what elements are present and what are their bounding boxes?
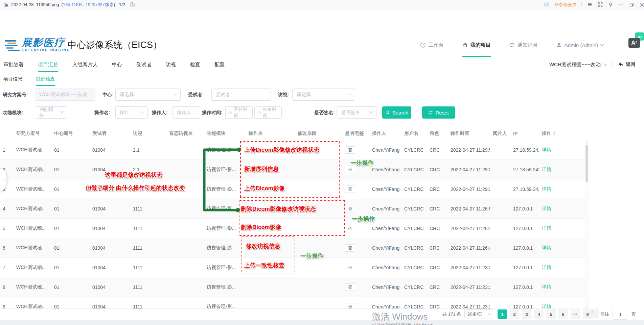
nav-workbench[interactable]: 工作台 xyxy=(420,34,444,57)
sort-icon[interactable] xyxy=(553,131,556,135)
table-cell: 访视管理-影... xyxy=(204,167,246,173)
main-tab[interactable]: 项目汇总 xyxy=(38,57,58,72)
user-icon xyxy=(556,42,562,48)
main-tab[interactable]: 配置 xyxy=(214,57,225,72)
main-tab[interactable]: 审批签署 xyxy=(3,57,24,72)
table-cell: 8 xyxy=(0,284,14,290)
table-cell: 访视管理-影... xyxy=(204,147,246,153)
vertical-scrollbar[interactable]: ▲ ▼ xyxy=(585,140,589,308)
table-cell: Chen/YiFang xyxy=(369,147,401,153)
account-avatar-icon[interactable] xyxy=(544,2,549,7)
opname-select[interactable]: 操作 xyxy=(115,106,148,119)
page-button[interactable]: 1 xyxy=(498,309,507,319)
page-button[interactable]: 4 xyxy=(534,309,544,319)
nav-notifications[interactable]: 通知消息 xyxy=(509,34,538,57)
table-cell: 01 xyxy=(51,186,90,192)
table-cell: 01 xyxy=(51,167,90,172)
subject-input[interactable] xyxy=(211,89,271,101)
nav-my-projects[interactable]: 我的项目 xyxy=(462,34,491,57)
table-cell: 否 xyxy=(342,264,369,271)
table-cell: WCH测试稽... xyxy=(14,147,51,153)
table-row: 8WCH测试稽...01010041111访视管理-影...否Chen/YiFa… xyxy=(0,277,589,297)
table-cell: 否 xyxy=(342,303,369,309)
detail-link[interactable]: 详情 xyxy=(542,225,551,231)
table-row: 4WCH测试稽...01010041111访视管理-影...否Chen/YiFa… xyxy=(0,199,589,219)
detail-link[interactable]: 详情 xyxy=(542,147,551,152)
main-tab[interactable]: 受试者 xyxy=(136,57,152,72)
table-cell: 2022-04-27 11:26:48 xyxy=(448,226,490,231)
main-tab[interactable]: 访视 xyxy=(166,57,176,72)
esign-tag: 否 xyxy=(345,244,355,252)
detail-link[interactable]: 详情 xyxy=(542,186,551,192)
page-button[interactable]: 3 xyxy=(522,309,531,319)
screen: 2022-04-28_113950.png (135.11KB , 1920x9… xyxy=(0,0,644,325)
table-cell: 9 xyxy=(0,304,14,309)
detail-link[interactable]: 详情 xyxy=(542,284,551,290)
page-size-select[interactable]: 20条/页 xyxy=(464,309,494,319)
table-cell: 01 xyxy=(51,226,90,231)
page-button[interactable]: 5 xyxy=(546,309,556,319)
detail-link[interactable]: 详情 xyxy=(542,245,551,250)
viewer-filename: 2022-04-28_113950.png xyxy=(11,2,59,7)
table-cell: 否 xyxy=(342,205,369,212)
minimize-icon[interactable] xyxy=(618,2,624,7)
start-time-input[interactable]: 开始时间 xyxy=(225,106,253,119)
operator-input[interactable] xyxy=(172,106,200,119)
pin-icon[interactable] xyxy=(608,2,613,7)
translate-widget[interactable]: æ Ax xyxy=(628,32,644,52)
close-icon[interactable] xyxy=(639,2,644,7)
main-tab[interactable]: 入组阅片人 xyxy=(72,57,98,72)
page-ellipsis[interactable]: ••• xyxy=(571,309,580,319)
login-member-link[interactable]: 登录领会员 xyxy=(554,2,576,8)
table-row: 3WCH测试稽...0101004访视管理-影...否Chen/YiFangCY… xyxy=(0,179,589,199)
sub-tab[interactable]: 痕迹稽查 xyxy=(36,72,55,86)
scrollbar-thumb[interactable] xyxy=(585,145,588,182)
search-button[interactable]: Search xyxy=(382,106,411,119)
end-time-input[interactable]: 结束时间 xyxy=(254,106,282,119)
operator-label: 操作人: xyxy=(152,106,168,119)
plan-input[interactable] xyxy=(35,89,95,101)
back-button[interactable]: 返回 xyxy=(618,61,635,68)
next-page-button[interactable]: › xyxy=(590,308,599,318)
table-cell: 01004 xyxy=(90,167,130,172)
table-cell: 详情 xyxy=(539,245,589,251)
scroll-up-icon[interactable]: ▲ xyxy=(585,141,588,144)
reset-button[interactable]: Reset xyxy=(422,106,455,119)
goto-page-input[interactable] xyxy=(613,309,628,320)
viewer-file-meta: (135.11KB , 1920x937像素) - 1/2 xyxy=(61,2,125,8)
scroll-down-icon[interactable]: ▼ xyxy=(585,305,588,307)
table-cell: CYLCRC xyxy=(401,226,427,231)
table-cell: 1111 xyxy=(130,206,166,211)
total-count: 共 171 条 xyxy=(442,311,461,317)
column-header: 功能模块 xyxy=(204,130,246,136)
upload-icon[interactable] xyxy=(130,2,135,7)
page-button[interactable]: 2 xyxy=(510,309,519,319)
clock-icon xyxy=(228,110,232,115)
sub-tab[interactable]: 项目信息 xyxy=(3,72,22,86)
table-cell: WCH测试稽... xyxy=(14,265,51,271)
main-tab[interactable]: 检查 xyxy=(190,57,200,72)
center-select[interactable]: 请选择 xyxy=(115,89,181,101)
table-cell: 01004 xyxy=(90,304,130,309)
visit-select[interactable]: 请选择 xyxy=(292,89,355,101)
table-cell: Chen/YiFang xyxy=(369,206,401,211)
viewer-app-icon xyxy=(3,2,9,7)
project-select[interactable]: WCH测试稽查~~~勿动 xyxy=(549,61,607,68)
fullscreen-icon[interactable] xyxy=(597,2,603,7)
table-cell: 详情 xyxy=(539,186,589,192)
detail-link[interactable]: 详情 xyxy=(542,206,551,211)
module-select[interactable]: 功能模块 xyxy=(35,106,67,119)
main-tab[interactable]: 中心 xyxy=(112,57,122,72)
table-cell: 详情 xyxy=(539,206,589,212)
nav-user-menu[interactable]: Admin (Admin) xyxy=(556,34,603,57)
top-nav: 工作台 我的项目 通知消息 Admin (Admin) xyxy=(420,34,603,57)
detail-link[interactable]: 详情 xyxy=(542,265,551,270)
menu-icon[interactable] xyxy=(587,2,592,7)
detail-link[interactable]: 详情 xyxy=(542,167,551,172)
module-label: 功能模块: xyxy=(3,106,23,119)
page-button[interactable]: 6 xyxy=(558,309,568,319)
sign-select[interactable]: 是否签名 xyxy=(337,106,376,119)
table-cell: 详情 xyxy=(539,284,589,290)
detail-link[interactable]: 详情 xyxy=(542,304,551,309)
restore-icon[interactable] xyxy=(629,2,634,7)
